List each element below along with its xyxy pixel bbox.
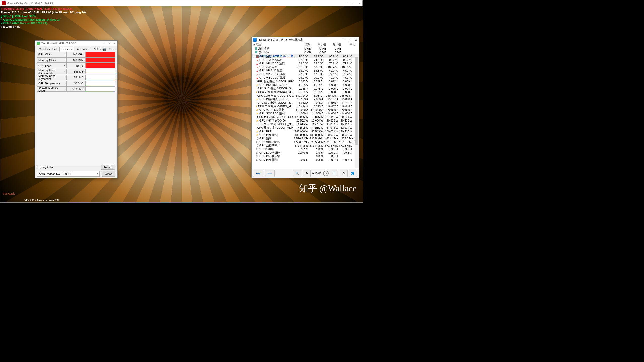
hwinfo-sensor-row[interactable]: GPU 内存 电流 (VDDIO)15.153 A7.863 A15.191 A… (252, 97, 359, 101)
hwinfo-sensor-row[interactable]: GPU D3D 使用率100.0 %2.5 %100.0 %99.5 % (252, 151, 359, 154)
lightning-icon (256, 105, 257, 107)
hwinfo-sensor-row[interactable]: GPU SoC 电流 (VDDCR_S...11.913 A3.085 A11.… (252, 101, 359, 104)
reset-button[interactable]: Reset (101, 165, 115, 170)
search-button[interactable]: 🔍 (293, 170, 301, 177)
hwinfo-sensor-row[interactable]: GPU 显存功率 (VDDCI_MEM)14.003 W13.016 W14.0… (252, 126, 359, 130)
disk-icon (255, 47, 257, 50)
hwinfo-sensor-row[interactable]: GPU 温度90.5 °C68.2 °C90.6 °C88.9 °C (252, 55, 359, 58)
close-button[interactable]: ✕ (355, 38, 357, 42)
hwinfo-sensor-row[interactable]: GPU 热点温度105.3 °C68.3 °C105.4 °C103.5 °C (252, 65, 359, 69)
furmark-app-icon (2, 1, 6, 5)
minimize-button[interactable]: — (101, 42, 104, 45)
hwinfo-sensor-row[interactable]: GPU 频率1,570.9 MHz795.5 MHz1,621.4 MHz1,5… (252, 137, 359, 140)
hwinfo-sensor-row[interactable]: GPU 核心功率 (VDDCR_GFX)129.936 W5.876 W131.… (252, 115, 359, 119)
sensor-name-dropdown[interactable]: System Memory Used (37, 86, 67, 92)
sensor-graph (85, 81, 115, 86)
hwinfo-sensor-row[interactable]: GPU 内存 电压 (VDDCI_M...0.850 V0.850 V0.850… (252, 90, 359, 94)
maximize-button[interactable]: □ (350, 38, 351, 42)
close-button[interactable]: Close (102, 171, 115, 177)
hwinfo-sensor-row[interactable]: GPU 内存 电流 (VDDCI_M...16.474 A15.313 A16.… (252, 105, 359, 108)
network-button[interactable]: 🖧 (303, 170, 311, 177)
thermometer-icon (256, 73, 258, 75)
hwinfo-sensor-row[interactable]: GPU SOC TDC 限制14.000 A14.000 A14.000 A14… (252, 112, 359, 115)
hwinfo-sensor-row[interactable]: GPU PPT180.000 W36.543 W180.001 W179.416… (252, 130, 359, 133)
gpuz-app-icon (37, 42, 40, 45)
hwinfo-titlebar[interactable]: HWiNFO64 v7.30-4870 - 传感器状态 — □ ✕ (252, 37, 359, 43)
exit-button[interactable]: ✖ (349, 170, 357, 177)
sensor-value: 555 MB (67, 69, 85, 74)
hwinfo-sensor-row[interactable]: GPU VR VDDIO 温度77.0 °C67.3 °C77.0 °C75.4… (252, 72, 359, 76)
lightning-icon (256, 87, 256, 90)
sensor-value: 0.0 MHz (67, 52, 85, 57)
hwinfo-sensor-row[interactable]: GPU VR VDDCI 温度79.0 °C70.0 °C79.0 °C77.2… (252, 76, 359, 79)
hwinfo-window[interactable]: HWiNFO64 v7.30-4870 - 传感器状态 — □ ✕ 传感器 实时… (251, 37, 359, 178)
hwinfo-sensor-row[interactable]: GPU 频率 (有效)1,566.6 MHz28.5 MHz1,615.5 MH… (252, 140, 359, 144)
sensor-name-dropdown[interactable]: Memory Clock (37, 57, 67, 63)
hwinfo-sensor-row[interactable]: GPU 内存 电压 (VDDIO)1.356 V1.356 V1.356 V1.… (252, 83, 359, 87)
sensor-row: GPU Load100 % (37, 63, 116, 69)
furmark-title-text: Geeks3D FurMark v1.35.0.0 - 96FPS (7, 2, 53, 5)
menu-icon[interactable]: ≡ (114, 48, 115, 51)
hwinfo-sensor-row[interactable]: GPU 显存功 (VDDIO)20.552 W10.664 W20.603 W2… (252, 119, 359, 122)
sensor-name-dropdown[interactable]: Memory Used (Dynamic) (37, 75, 67, 80)
sensor-row: Memory Used (Dedicated)555 MB (37, 69, 116, 74)
hwinfo-sensor-row[interactable]: GPU VR SoC 温度69.0 °C55.3 °C69.0 °C67.2 °… (252, 69, 359, 72)
gpuz-titlebar[interactable]: TechPowerUp GPU-Z 2.54.0 — □ ✕ (35, 41, 117, 46)
clock-icon (256, 155, 258, 157)
screenshot-icon[interactable]: 📷 (103, 48, 106, 51)
clock-icon (256, 148, 258, 150)
clock-icon (323, 171, 329, 176)
hwinfo-toolbar: ⬅➡ ⬅➡ 🔍 🖧 0:10:47 📄 ⚙ ✖ (252, 169, 359, 178)
nav-back-forward-button[interactable]: ⬅➡ (253, 170, 263, 177)
sensor-value: 154 MB (67, 75, 85, 80)
close-button[interactable]: ✕ (114, 42, 116, 45)
thermometer-icon (256, 77, 258, 79)
scrollbar-thumb[interactable] (355, 57, 358, 145)
hwinfo-summary-row: 总计读取0 MB0 MB0 MB (252, 47, 359, 50)
hwinfo-sensor-row[interactable]: GPU 核心电压 (VDDCR_GFX)0.867 V0.729 V0.892 … (252, 79, 359, 83)
furmark-titlebar[interactable]: Geeks3D FurMark v1.35.0.0 - 96FPS — □ ✕ (0, 0, 362, 6)
sensor-name-dropdown[interactable]: GPU Load (37, 63, 67, 68)
sensor-name-dropdown[interactable]: GPU Clock (37, 52, 67, 57)
sensor-name-dropdown[interactable]: Memory Used (Dedicated) (37, 69, 67, 74)
hwinfo-sensor-row[interactable]: GPU利用率99.7 %1.0 %99.8 %99.3 % (252, 147, 359, 151)
sensor-row: System Memory Used5630 MB (37, 86, 116, 92)
log-button[interactable]: 📄 (330, 170, 338, 177)
sensor-value: 5630 MB (67, 86, 85, 92)
hwinfo-sensor-row[interactable]: GPU SoC 电压 (VDDCR_S...0.925 V0.778 V0.92… (252, 87, 359, 90)
hwinfo-sensor-row[interactable]: GPU PPT 限制180.000 W180.000 W180.000 W180… (252, 133, 359, 137)
hwinfo-sensor-list: GPU 温度90.5 °C68.2 °C90.6 °C88.9 °CGPU 显存… (252, 55, 359, 168)
hwinfo-sensor-row[interactable]: GPU SoC 功耗 (VDDCR_S...11.019 W2.401 W11.… (252, 123, 359, 126)
sensor-graph (85, 52, 115, 57)
scrollbar[interactable] (355, 55, 359, 168)
nav-expand-button[interactable]: ⬅➡ (265, 170, 275, 177)
minimize-button[interactable]: — (343, 38, 346, 42)
hwinfo-title-text: HWiNFO64 v7.30-4870 - 传感器状态 (258, 38, 303, 42)
gpuz-tab-advanced[interactable]: Advanced (75, 47, 91, 52)
gpuz-window[interactable]: TechPowerUp GPU-Z 2.54.0 — □ ✕ Graphics … (35, 40, 118, 178)
sensor-value: 0.0 MHz (67, 57, 85, 63)
lightning-icon (256, 123, 256, 125)
maximize-button[interactable]: □ (352, 2, 354, 5)
close-button[interactable]: ✕ (359, 2, 361, 5)
minimize-button[interactable]: — (345, 2, 348, 5)
gpuz-tab-sensors[interactable]: Sensors (59, 47, 74, 52)
gpuz-tab-graphics-card[interactable]: Graphics Card (37, 47, 59, 52)
log-to-file-checkbox[interactable]: Log to file (38, 166, 54, 169)
sensor-graph (85, 86, 115, 92)
gpuz-sensors-panel: GPU Clock0.0 MHzMemory Clock0.0 MHzGPU L… (37, 51, 116, 167)
hwinfo-sensor-row[interactable]: GPU 显存频率871.8 MHz871.8 MHz871.8 MHz871.8… (252, 144, 359, 147)
hwinfo-sensor-row[interactable]: GPU 显存结点温度92.0 °C74.0 °C92.0 °C90.3 °C (252, 58, 359, 62)
adapter-dropdown[interactable]: AMD Radeon RX 5700 XT (37, 171, 100, 177)
hwinfo-sensor-row[interactable]: GPU VR VDDC 温度73.5 °C55.5 °C73.6 °C71.6 … (252, 62, 359, 65)
hwinfo-sensor-row[interactable]: GPU PPT 限制100.0 %20.3 %100.0 %99.7 % (252, 158, 359, 162)
hwinfo-sensor-row[interactable]: GPU Core 电流 (VDDCR_G...149.724 A8.037 A1… (252, 94, 359, 97)
refresh-icon[interactable]: ↻ (109, 48, 111, 51)
maximize-button[interactable]: □ (108, 42, 110, 45)
sensor-row: Memory Clock0.0 MHz (37, 57, 116, 63)
hwinfo-sensor-row[interactable]: GPU 核心 TDC 限制170.000 A170.000 A170.000 A… (252, 108, 359, 112)
watermark-text: 知乎 @Wallace (299, 182, 357, 195)
settings-button[interactable]: ⚙ (340, 170, 348, 177)
sensor-name-dropdown[interactable]: CPU Temperature (37, 81, 67, 86)
hwinfo-sensor-row[interactable]: GPU D3D利用率0.0 %0.0 % (252, 154, 359, 158)
